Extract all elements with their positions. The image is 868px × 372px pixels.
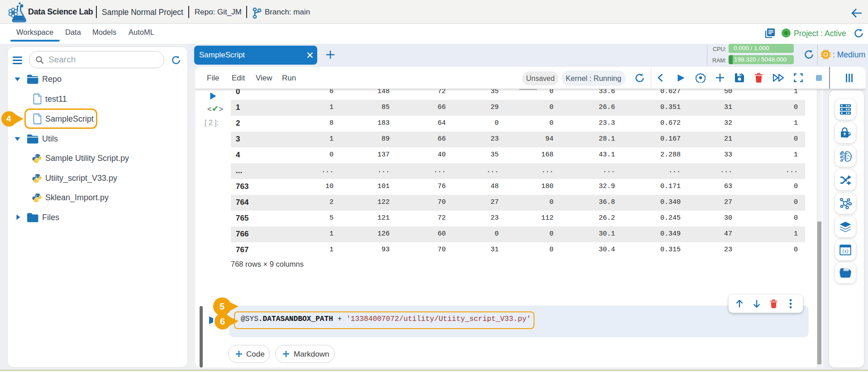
svg-text:(x): (x) [843,248,849,254]
